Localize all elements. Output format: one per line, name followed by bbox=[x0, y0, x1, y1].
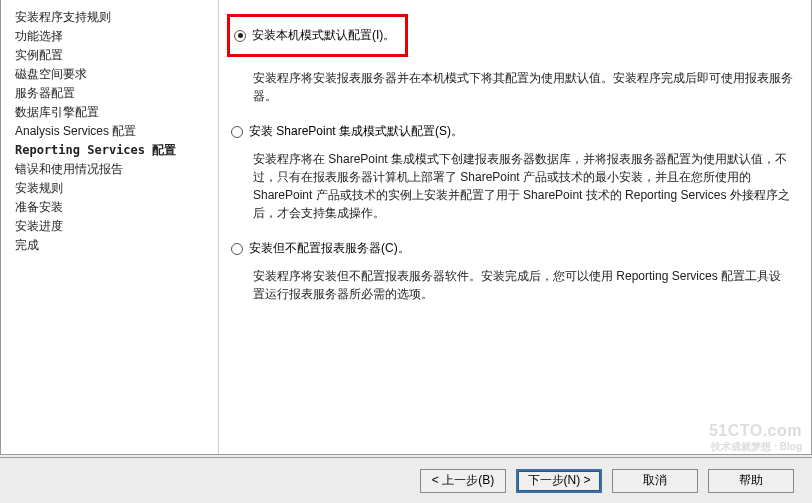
sidebar-step-complete[interactable]: 完成 bbox=[15, 236, 218, 255]
sidebar-step-server-config[interactable]: 服务器配置 bbox=[15, 84, 218, 103]
sidebar-step-db-engine[interactable]: 数据库引擎配置 bbox=[15, 103, 218, 122]
back-button[interactable]: < 上一步(B) bbox=[420, 469, 506, 493]
option-install-only-desc: 安装程序将安装但不配置报表服务器软件。安装完成后，您可以使用 Reporting… bbox=[253, 267, 793, 303]
radio-sharepoint-mode-label[interactable]: 安装 SharePoint 集成模式默认配置(S)。 bbox=[249, 123, 463, 140]
sidebar-step-analysis-services[interactable]: Analysis Services 配置 bbox=[15, 122, 218, 141]
option-native-mode-desc: 安装程序将安装报表服务器并在本机模式下将其配置为使用默认值。安装程序完成后即可使… bbox=[253, 69, 793, 105]
wizard-sidebar: 安装程序支持规则 功能选择 实例配置 磁盘空间要求 服务器配置 数据库引擎配置 … bbox=[1, 0, 219, 454]
option-sharepoint-mode-desc: 安装程序将在 SharePoint 集成模式下创建报表服务器数据库，并将报表服务… bbox=[253, 150, 793, 222]
wizard-button-bar: < 上一步(B) 下一步(N) > 取消 帮助 bbox=[0, 457, 812, 503]
option-install-only: 安装但不配置报表服务器(C)。 安装程序将安装但不配置报表服务器软件。安装完成后… bbox=[231, 240, 793, 303]
sidebar-step-install-rules[interactable]: 安装规则 bbox=[15, 179, 218, 198]
watermark-main: 51CTO.com bbox=[709, 423, 802, 439]
watermark: 51CTO.com 技术成就梦想 · Blog bbox=[709, 423, 802, 455]
cancel-button[interactable]: 取消 bbox=[612, 469, 698, 493]
radio-install-only-label[interactable]: 安装但不配置报表服务器(C)。 bbox=[249, 240, 410, 257]
sidebar-step-setup-rules[interactable]: 安装程序支持规则 bbox=[15, 8, 218, 27]
sidebar-step-disk-space[interactable]: 磁盘空间要求 bbox=[15, 65, 218, 84]
radio-sharepoint-mode[interactable] bbox=[231, 126, 243, 138]
radio-native-mode-label[interactable]: 安装本机模式默认配置(I)。 bbox=[252, 27, 395, 44]
watermark-sub: 技术成就梦想 · Blog bbox=[709, 439, 802, 455]
sidebar-step-reporting-services[interactable]: Reporting Services 配置 bbox=[15, 141, 218, 160]
radio-native-mode[interactable] bbox=[234, 30, 246, 42]
radio-install-only[interactable] bbox=[231, 243, 243, 255]
sidebar-step-ready-install[interactable]: 准备安装 bbox=[15, 198, 218, 217]
help-button[interactable]: 帮助 bbox=[708, 469, 794, 493]
highlight-box: 安装本机模式默认配置(I)。 bbox=[227, 14, 408, 57]
option-sharepoint-mode: 安装 SharePoint 集成模式默认配置(S)。 安装程序将在 ShareP… bbox=[231, 123, 793, 222]
option-native-mode: 安装本机模式默认配置(I)。 安装程序将安装报表服务器并在本机模式下将其配置为使… bbox=[231, 14, 793, 105]
sidebar-step-instance-config[interactable]: 实例配置 bbox=[15, 46, 218, 65]
sidebar-step-error-reporting[interactable]: 错误和使用情况报告 bbox=[15, 160, 218, 179]
sidebar-step-progress[interactable]: 安装进度 bbox=[15, 217, 218, 236]
sidebar-step-feature-select[interactable]: 功能选择 bbox=[15, 27, 218, 46]
wizard-content: 安装本机模式默认配置(I)。 安装程序将安装报表服务器并在本机模式下将其配置为使… bbox=[219, 0, 811, 454]
next-button[interactable]: 下一步(N) > bbox=[516, 469, 602, 493]
